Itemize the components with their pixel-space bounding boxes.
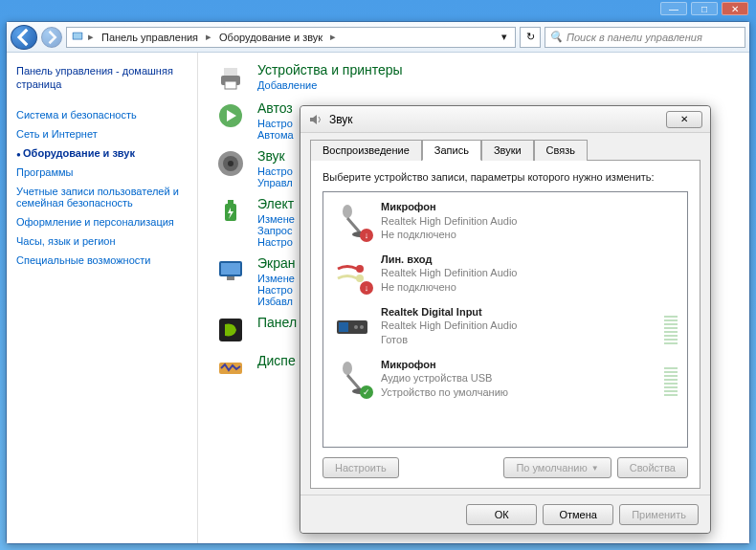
svg-rect-12: [221, 263, 240, 275]
disconnected-badge-icon: ↓: [360, 229, 373, 242]
tab-communications[interactable]: Связь: [534, 140, 588, 161]
window-titlebar: — □ ✕: [0, 0, 756, 17]
digital-input-icon: [333, 307, 371, 345]
ok-button[interactable]: ОК: [466, 504, 537, 525]
panel-instruction: Выберите устройство записи, параметры ко…: [322, 170, 688, 184]
sidebar-item-clock[interactable]: Часы, язык и регион: [16, 231, 188, 251]
realtek-icon: [215, 353, 246, 384]
set-default-button[interactable]: По умолчанию▼: [503, 457, 611, 478]
speaker-icon: [215, 148, 246, 179]
svg-rect-13: [227, 276, 234, 280]
level-meter: [664, 360, 678, 396]
sidebar: Панель управления - домашняя страница Си…: [7, 53, 198, 543]
maximize-button[interactable]: □: [691, 2, 718, 15]
category-power[interactable]: Элект: [257, 196, 295, 211]
back-button[interactable]: [11, 25, 37, 50]
svg-point-18: [356, 265, 364, 273]
cancel-button[interactable]: Отмена: [543, 504, 613, 525]
printer-icon: [215, 62, 246, 93]
svg-rect-1: [74, 33, 82, 38]
breadcrumb-hardware-sound[interactable]: Оборудование и звук: [215, 30, 326, 45]
sidebar-item-appearance[interactable]: Оформление и персонализация: [16, 212, 188, 231]
link-add-device[interactable]: Добавление: [257, 79, 317, 91]
device-microphone-usb[interactable]: ✓ Микрофон Аудио устройства USB Устройст…: [325, 352, 685, 405]
sound-dialog-icon: [308, 112, 323, 127]
dialog-title: Звук: [329, 113, 353, 126]
refresh-button[interactable]: ↻: [520, 27, 541, 48]
category-display[interactable]: Экран: [257, 255, 296, 271]
category-autoplay[interactable]: Автоз: [257, 100, 294, 116]
line-in-icon: ↓: [333, 254, 371, 293]
search-input[interactable]: 🔍 Поиск в панели управления: [545, 27, 745, 48]
search-icon: 🔍: [549, 31, 563, 43]
sidebar-item-system[interactable]: Система и безопасность: [16, 105, 188, 124]
device-list[interactable]: ↓ Микрофон Realtek High Definition Audio…: [322, 191, 688, 448]
microphone-icon: ✓: [333, 359, 371, 397]
navigation-bar: ▸ Панель управления ▸ Оборудование и зву…: [7, 22, 749, 53]
level-meter: [664, 308, 678, 344]
sidebar-item-accessibility[interactable]: Специальные возможности: [16, 251, 188, 270]
sidebar-item-network[interactable]: Сеть и Интернет: [16, 124, 188, 143]
svg-point-16: [343, 205, 352, 218]
autoplay-icon: [215, 100, 246, 131]
power-icon: [215, 196, 246, 227]
microphone-icon: ↓: [333, 202, 371, 240]
display-icon: [215, 255, 246, 286]
svg-rect-10: [228, 200, 233, 204]
control-panel-home-link[interactable]: Панель управления - домашняя страница: [16, 64, 188, 92]
properties-button[interactable]: Свойства: [617, 457, 688, 478]
sidebar-item-programs[interactable]: Программы: [16, 163, 188, 182]
forward-button[interactable]: [41, 27, 62, 48]
disconnected-badge-icon: ↓: [360, 281, 373, 295]
sidebar-item-accounts[interactable]: Учетные записи пользователей и семейная …: [16, 182, 188, 212]
close-button[interactable]: ✕: [722, 2, 748, 15]
sound-dialog: Звук ✕ Воспроизведение Запись Звуки Связ…: [300, 105, 711, 534]
dialog-titlebar: Звук ✕: [300, 106, 710, 133]
svg-point-19: [356, 275, 364, 282]
category-realtek[interactable]: Диспе: [257, 353, 296, 368]
address-dropdown[interactable]: ▾: [498, 31, 511, 43]
minimize-button[interactable]: —: [660, 2, 687, 15]
svg-rect-4: [225, 81, 236, 89]
svg-point-24: [343, 362, 352, 375]
device-digital-input[interactable]: Realtek Digital Input Realtek High Defin…: [325, 299, 685, 352]
nvidia-icon: [215, 315, 246, 345]
svg-rect-3: [224, 68, 237, 76]
svg-point-23: [360, 325, 364, 329]
device-line-in[interactable]: ↓ Лин. вход Realtek High Definition Audi…: [325, 247, 685, 299]
tab-playback[interactable]: Воспроизведение: [310, 140, 422, 161]
dialog-footer: ОК Отмена Применить: [300, 495, 710, 533]
sidebar-item-hardware[interactable]: Оборудование и звук: [16, 143, 188, 163]
tab-panel-recording: Выберите устройство записи, параметры ко…: [310, 160, 700, 489]
configure-button[interactable]: Настроить: [322, 457, 399, 478]
breadcrumb-control-panel[interactable]: Панель управления: [98, 30, 202, 45]
tab-recording[interactable]: Запись: [422, 140, 481, 161]
svg-point-22: [354, 325, 358, 329]
svg-point-8: [228, 161, 233, 166]
category-sound[interactable]: Звук: [257, 148, 293, 164]
control-panel-icon: [71, 30, 84, 45]
tab-sounds[interactable]: Звуки: [481, 140, 534, 161]
category-nvidia[interactable]: Панел: [257, 315, 297, 330]
svg-rect-21: [339, 322, 348, 332]
tabstrip: Воспроизведение Запись Звуки Связь: [310, 139, 700, 160]
device-microphone-realtek[interactable]: ↓ Микрофон Realtek High Definition Audio…: [325, 194, 685, 247]
apply-button[interactable]: Применить: [619, 504, 699, 525]
category-devices-printers[interactable]: Устройства и принтеры: [257, 62, 403, 77]
address-bar[interactable]: ▸ Панель управления ▸ Оборудование и зву…: [66, 27, 516, 48]
dialog-close-button[interactable]: ✕: [666, 111, 702, 128]
